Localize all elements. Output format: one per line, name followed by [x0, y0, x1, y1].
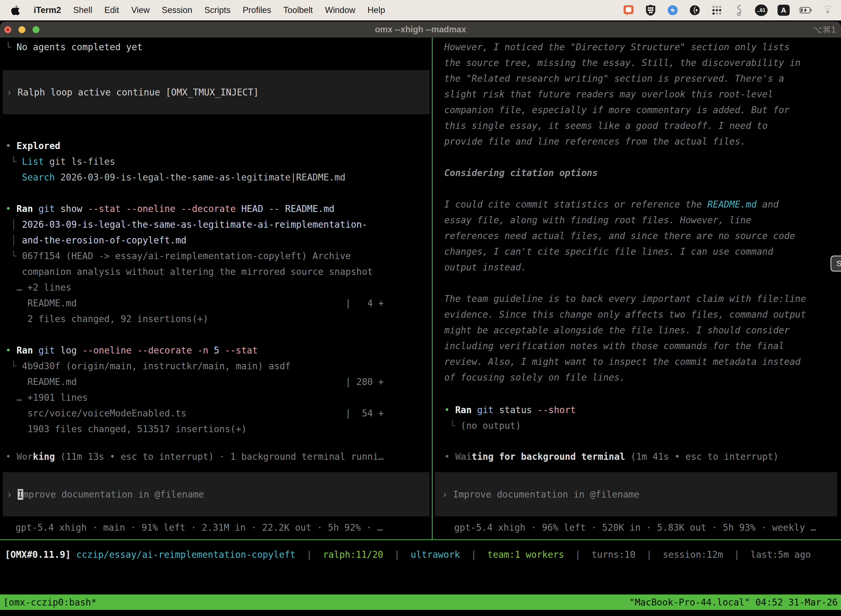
gauge-badge[interactable]: ..61 — [755, 4, 768, 16]
spacer — [444, 385, 840, 402]
menu-item-session[interactable]: Session — [162, 5, 192, 15]
right-prompt-input[interactable]: › Improve documentation in @filename — [442, 487, 639, 502]
apple-menu-icon[interactable] — [9, 4, 22, 16]
terminal-line: slight risk that future readers may over… — [444, 87, 840, 102]
terminal-line: The team guideline is to back every impo… — [444, 291, 840, 307]
reasoning-heading-text: Considering citation options — [444, 165, 840, 181]
menu-item-profiles[interactable]: Profiles — [243, 5, 271, 15]
terminal-line: including verification notes with those … — [444, 338, 840, 354]
terminal-line: README.md | 280 + — [6, 374, 432, 390]
terminal-line: │ 2026-03-09-is-legal-the-same-as-legiti… — [6, 217, 432, 232]
terminal-line: 1903 files changed, 513517 insertions(+) — [6, 421, 432, 437]
arc-circle-icon[interactable] — [689, 4, 701, 16]
menu-item-view[interactable]: View — [131, 5, 150, 15]
menu-item-iterm2[interactable]: iTerm2 — [34, 5, 61, 15]
right-model-status-bar: gpt-5.4 xhigh · 96% left · 520K in · 5.8… — [454, 520, 840, 535]
reasoning-paragraph-1: However, I noticed the "Directory Struct… — [444, 39, 840, 149]
left-terminal-pane[interactable]: └ No agents completed yet › Ralph loop a… — [0, 38, 432, 539]
reasoning-heading: Considering citation options — [444, 165, 840, 181]
tmux-panes: └ No agents completed yet › Ralph loop a… — [0, 38, 841, 540]
wifi-icon[interactable] — [822, 4, 834, 16]
terminal-line: • Ran git show --stat --oneline --decora… — [6, 201, 432, 217]
screen-overlay-text: Scre — [836, 259, 841, 268]
screen-overlay-pill[interactable]: Scre — [831, 255, 841, 271]
terminal-line: └ (no output) — [444, 418, 840, 434]
tmux-session-name: [omx-cczip0:bash* — [3, 597, 97, 608]
squiggle-icon[interactable] — [733, 4, 745, 16]
working-status-line: • Working (11m 13s • esc to interrupt) ·… — [6, 449, 432, 465]
terminal-line: output instead. — [444, 260, 840, 275]
terminal-line: │ and-the-erosion-of-copyleft.md — [6, 232, 432, 248]
blue-badge-icon[interactable] — [667, 4, 679, 16]
menu-item-scripts[interactable]: Scripts — [204, 5, 231, 15]
terminal-content: └ No agents completed yet › Ralph loop a… — [0, 38, 841, 616]
right-terminal-pane[interactable]: However, I noticed the "Directory Struct… — [433, 38, 841, 539]
tmux-host-clock: "MacBook-Pro-44.local" 04:52 31-Mar-26 — [629, 597, 838, 608]
waiting-status-line: • Waiting for background terminal (1m 41… — [444, 449, 840, 465]
window-title-bar[interactable]: omx --xhigh --madmax ⌥⌘1 — [0, 22, 841, 38]
terminal-line: Search 2026-03-09-is-legal-the-same-as-l… — [6, 169, 432, 185]
menu-item-toolbelt[interactable]: Toolbelt — [283, 5, 313, 15]
menu-item-help[interactable]: Help — [368, 5, 385, 15]
menu-item-shell[interactable]: Shell — [73, 5, 92, 15]
left-prompt-box[interactable]: › Improve documentation in @filename — [3, 472, 429, 516]
screen: iTerm2 Shell Edit View Session Scripts P… — [0, 0, 841, 616]
git-status-section: • Ran git status --short └ (no output) — [444, 402, 840, 434]
terminal-line: 2 files changed, 92 insertions(+) — [6, 311, 432, 327]
terminal-line: … +2 lines — [6, 280, 432, 295]
omx-session-status-line: [OMX#0.11.9] cczip/essay/ai-reimplementa… — [0, 547, 841, 562]
terminal-line: review. Also, I might want to inspect th… — [444, 354, 840, 370]
reasoning-paragraph-2: I could cite commit statistics or refere… — [444, 197, 840, 275]
terminal-line: • Explored — [6, 138, 432, 154]
screenshot-app-icon[interactable] — [623, 4, 634, 16]
ralph-loop-banner: › Ralph loop active continue [OMX_TMUX_I… — [3, 70, 429, 114]
terminal-line: might be acceptable alongside the file l… — [444, 322, 840, 338]
terminal-line: src/voice/voiceModeEnabled.ts | 54 + — [6, 405, 432, 421]
terminal-line: • Ran git status --short — [444, 402, 840, 418]
macos-menu-bar: iTerm2 Shell Edit View Session Scripts P… — [0, 0, 841, 21]
terminal-line: … +1901 lines — [6, 390, 432, 405]
terminal-line: provide file and line references from th… — [444, 133, 840, 149]
terminal-line: the source tree, missing the essay. Stil… — [444, 55, 840, 70]
battery-charging-icon[interactable] — [800, 4, 812, 16]
tmux-status-bar: [omx-cczip0:bash* "MacBook-Pro-44.local"… — [0, 594, 841, 610]
dots-grid-icon[interactable] — [711, 4, 723, 16]
terminal-line: └ List git ls-files — [6, 154, 432, 169]
right-prompt-box[interactable]: › Improve documentation in @filename — [435, 472, 837, 516]
terminal-line: README.md | 4 + — [6, 295, 432, 311]
spacer — [6, 437, 432, 449]
shield-grid-icon[interactable] — [645, 4, 657, 16]
menu-bar-left: iTerm2 Shell Edit View Session Scripts P… — [0, 4, 385, 16]
terminal-line: references need actual files, and since … — [444, 228, 840, 244]
terminal-line: └ 067f154 (HEAD -> essay/ai-reimplementa… — [6, 248, 432, 264]
reasoning-paragraph-3: The team guideline is to back every impo… — [444, 291, 840, 385]
menu-item-edit[interactable]: Edit — [104, 5, 119, 15]
ralph-loop-text: › Ralph loop active continue [OMX_TMUX_I… — [7, 84, 259, 100]
git-show-section: • Ran git show --stat --oneline --decora… — [6, 201, 432, 327]
terminal-line: evidence. Since this change only affects… — [444, 307, 840, 322]
terminal-line: of focusing solely on file lines. — [444, 370, 840, 385]
menu-item-window[interactable]: Window — [325, 5, 355, 15]
left-prompt-input[interactable]: › Improve documentation in @filename — [7, 487, 204, 502]
terminal-line: the "Related research writing" section i… — [444, 70, 840, 87]
left-model-status-bar: gpt-5.4 xhigh · main · 91% left · 2.31M … — [15, 520, 432, 535]
terminal-line: changes, I can't cite specific file line… — [444, 244, 840, 260]
terminal-line: However, I noticed the "Directory Struct… — [444, 39, 840, 55]
terminal-line: companion analysis without altering the … — [6, 264, 432, 280]
window-shortcut-label: ⌥⌘1 — [813, 25, 841, 35]
iterm2-window: omx --xhigh --madmax ⌥⌘1 └ No agents com… — [0, 22, 841, 616]
terminal-line: this single essay, it seems like a good … — [444, 118, 840, 133]
window-title: omx --xhigh --madmax — [0, 25, 841, 35]
explored-section: • Explored └ List git ls-files Search 20… — [6, 138, 432, 185]
terminal-line: • Ran git log --oneline --decorate -n 5 … — [6, 343, 432, 358]
terminal-line: └ 4b9d30f (origin/main, instructkr/main,… — [6, 358, 432, 374]
agents-status-line: └ No agents completed yet — [6, 39, 432, 55]
git-log-section: • Ran git log --oneline --decorate -n 5 … — [6, 343, 432, 437]
menu-bar-status-area: ..61 A — [623, 4, 841, 16]
terminal-line: essay file, along with finding root file… — [444, 212, 840, 228]
terminal-line: I could cite commit statistics or refere… — [444, 197, 840, 212]
input-source-badge[interactable]: A — [778, 5, 790, 16]
terminal-line: companion file, especially if more comme… — [444, 102, 840, 118]
